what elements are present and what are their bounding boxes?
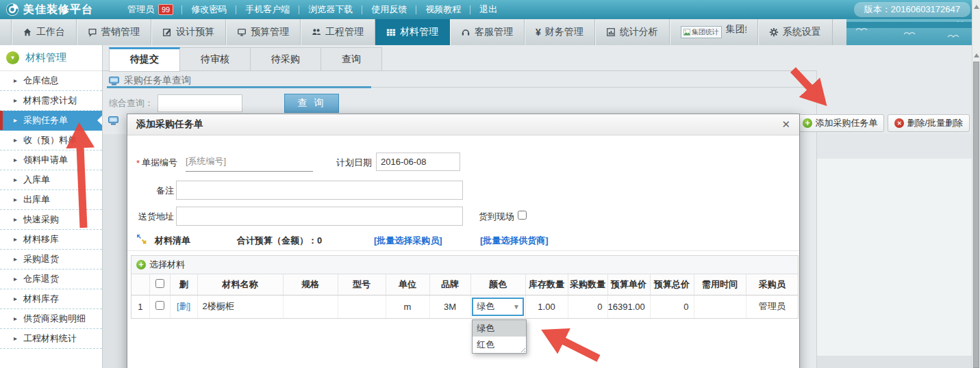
- nav-item-engineering[interactable]: 工程管理: [301, 19, 375, 45]
- sidebar-item-purchase-return[interactable]: ▸采购退货: [0, 250, 102, 270]
- cell-budget-price[interactable]: 16391.00: [607, 295, 650, 318]
- remark-input[interactable]: [176, 181, 463, 200]
- arrow-right-icon: ▸: [14, 309, 17, 328]
- select-material-button[interactable]: + 选择材料: [131, 256, 798, 274]
- tab-query[interactable]: 查询: [321, 47, 382, 71]
- arrow-right-icon: ▸: [14, 91, 17, 110]
- delete-batch-delete-button[interactable]: ✕ 删除/批量删除: [888, 114, 970, 132]
- vertical-scrollbar[interactable]: [972, 0, 980, 368]
- nav-label: 工作台: [36, 26, 65, 38]
- nav-item-finance[interactable]: ¥ 财务管理: [525, 19, 595, 45]
- nav-item-budget[interactable]: 预算管理: [226, 19, 301, 45]
- sidebar-item-material-stock[interactable]: ▸材料库存: [0, 289, 102, 309]
- menu-change-password[interactable]: 修改密码: [182, 3, 236, 16]
- nav-item-workbench[interactable]: 工作台: [11, 19, 77, 45]
- users-icon: [312, 27, 321, 37]
- menu-mobile-client[interactable]: 手机客户端: [236, 3, 299, 16]
- tab-pending-purchase[interactable]: 待采购: [251, 47, 321, 71]
- nav-item-stats[interactable]: 统计分析: [595, 19, 670, 45]
- cell-purchase-qty[interactable]: 0: [568, 295, 607, 318]
- batch-select-supplier-link[interactable]: [批量选择供货商]: [480, 235, 549, 247]
- delete-batch-delete-label: 删除/批量删除: [907, 117, 963, 129]
- sidebar-item-quick-purchase[interactable]: ▸快速采购: [0, 210, 102, 230]
- add-purchase-task-label: 添加采购任务单: [815, 117, 877, 129]
- sidebar-item-warehouse-info[interactable]: ▸仓库信息: [0, 71, 102, 91]
- cell-color: 绿色 ▼: [470, 295, 525, 318]
- background-band-bottom: [817, 356, 972, 368]
- panel-icon: [109, 77, 119, 86]
- panel-title: 采购任务单查询: [124, 75, 191, 87]
- menu-browser-download[interactable]: 浏览器下载: [299, 3, 362, 16]
- nav-label: 工程管理: [325, 26, 364, 38]
- scroll-up-icon[interactable]: [974, 51, 979, 57]
- nav-bottom-accent: [846, 22, 972, 28]
- arrow-right-icon: ▸: [14, 131, 17, 150]
- sidebar-header-label: 材料管理: [25, 51, 66, 64]
- nav-item-system-settings[interactable]: 系统设置: [758, 19, 833, 45]
- add-purchase-task-dialog: 添加采购任务单 ✕ * 单据编号 [系统编号] 计划日期 备注 送货地址 货到现…: [127, 114, 800, 368]
- col-budget-price: 预算单价: [607, 274, 650, 295]
- cell-unit: m: [386, 295, 429, 318]
- sidebar-item-label: 材料需求计划: [23, 95, 77, 105]
- search-button[interactable]: 查 询: [284, 94, 339, 113]
- sidebar-item-material-demand-plan[interactable]: ▸材料需求计划: [0, 91, 102, 111]
- cell-buyer[interactable]: 管理员: [746, 295, 798, 318]
- col-buyer: 采购员: [746, 274, 798, 295]
- arrow-right-icon: ▸: [14, 250, 17, 269]
- arrow-right-icon: ▸: [14, 210, 17, 229]
- user-menu[interactable]: 管理员 99: [119, 3, 181, 16]
- sidebar-item-inbound[interactable]: ▸入库单: [0, 170, 102, 190]
- row-checkbox[interactable]: [155, 301, 164, 310]
- select-all-checkbox[interactable]: [155, 279, 164, 288]
- search-input[interactable]: [158, 94, 242, 112]
- batch-select-buyer-link[interactable]: [批量选择采购员]: [374, 235, 442, 247]
- scroll-up-icon[interactable]: [974, 2, 979, 9]
- nav-item-group-stats[interactable]: 集团统计 集团统计: [670, 19, 758, 45]
- close-icon[interactable]: ✕: [781, 118, 790, 131]
- delete-row-link[interactable]: [删]: [177, 301, 190, 311]
- onsite-delivery-checkbox[interactable]: [518, 211, 527, 220]
- nav-item-design-budget[interactable]: 设计预算: [151, 19, 226, 45]
- arrow-right-icon: ▸: [14, 170, 17, 189]
- tab-pending-submit[interactable]: 待提交: [109, 47, 180, 72]
- sidebar-item-label: 材料库存: [23, 293, 59, 304]
- add-purchase-task-button[interactable]: + 添加采购任务单: [796, 114, 884, 132]
- sidebar-header[interactable]: ▼ 材料管理: [0, 45, 102, 71]
- arrow-right-icon: ▸: [14, 71, 17, 90]
- col-model: 型号: [338, 274, 386, 295]
- plan-date-input[interactable]: [376, 153, 460, 171]
- scrollbar-thumb[interactable]: [973, 62, 979, 368]
- menu-feedback[interactable]: 使用反馈: [362, 3, 416, 16]
- sidebar-item-supplier-purchase-detail[interactable]: ▸供货商采购明细: [0, 309, 102, 329]
- sidebar-item-outbound[interactable]: ▸出库单: [0, 190, 102, 210]
- sidebar-item-label: 出库单: [23, 194, 50, 205]
- tab-pending-review[interactable]: 待审核: [180, 47, 251, 71]
- background-band-middle: [817, 159, 972, 356]
- sidebar-item-label: 材料移库: [23, 234, 59, 244]
- sidebar-item-label: 工程材料统计: [23, 333, 77, 343]
- sidebar-item-material-transfer[interactable]: ▸材料移库: [0, 230, 102, 250]
- color-option-green[interactable]: 绿色: [473, 320, 526, 337]
- background-band-top: [817, 134, 972, 159]
- chat-icon: [88, 27, 97, 37]
- select-material-label: 选择材料: [149, 259, 185, 271]
- sidebar-item-label: 快速采购: [23, 214, 59, 224]
- doc-no-field: [系统编号]: [186, 155, 313, 172]
- sidebar-item-label: 仓库退货: [23, 274, 59, 284]
- sidebar-item-warehouse-return[interactable]: ▸仓库退货: [0, 270, 102, 289]
- color-option-red[interactable]: 红色: [473, 337, 526, 353]
- nav-item-customer-service[interactable]: 客服管理: [450, 19, 525, 45]
- sidebar-item-project-material-stats[interactable]: ▸工程材料统计: [0, 329, 102, 349]
- sidebar-item-material-request[interactable]: ▸领料申请单: [0, 150, 102, 170]
- nav-item-materials[interactable]: 材料管理: [375, 19, 450, 45]
- cell-need-time[interactable]: [694, 295, 746, 318]
- delivery-address-input[interactable]: [176, 207, 463, 226]
- edit-icon: [162, 27, 172, 37]
- menu-logout[interactable]: 退出: [470, 3, 506, 16]
- sidebar-item-receive-material[interactable]: ▸收（预）料单: [0, 131, 102, 150]
- notification-badge[interactable]: 99: [158, 4, 173, 15]
- sidebar-item-purchase-task[interactable]: ▸采购任务单: [0, 111, 102, 131]
- menu-video-tutorial[interactable]: 视频教程: [416, 3, 470, 16]
- nav-item-marketing[interactable]: 营销管理: [77, 19, 151, 45]
- color-select[interactable]: 绿色 ▼: [472, 298, 524, 316]
